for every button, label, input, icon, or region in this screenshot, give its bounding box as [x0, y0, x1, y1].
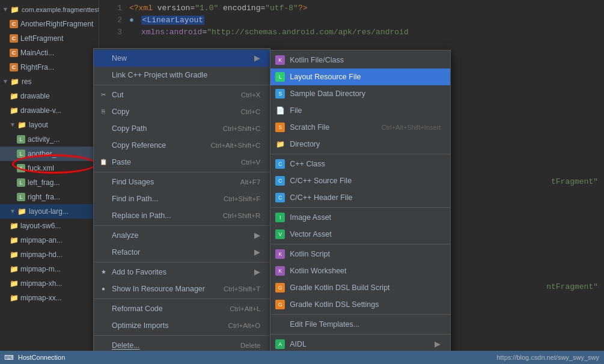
optimize-imports-label: Optimize Imports: [112, 320, 168, 332]
menu-item-paste[interactable]: 📋 Paste Ctrl+V: [94, 154, 270, 171]
tree-item-another[interactable]: L another_...: [0, 147, 99, 161]
mipmap-xx-label: mipmap-xx...: [20, 292, 62, 304]
submenu-separator-3: [270, 244, 450, 244]
submenu-layout-resource[interactable]: L Layout Resource File: [270, 68, 450, 85]
optimize-icon: [99, 321, 108, 330]
layout-icon: L: [17, 150, 25, 158]
tree-item-activity[interactable]: L activity_...: [0, 132, 99, 147]
folder-icon: 📁: [10, 106, 18, 115]
tree-item-mipmap-an[interactable]: 📁 mipmap-an...: [0, 233, 99, 247]
submenu-separator-4: [270, 314, 450, 315]
line-content-1: <?xml version="1.0" encoding="utf-8"?>: [129, 2, 307, 14]
layout-icon: L: [17, 178, 25, 187]
reformat-label: Reformat Code: [112, 303, 163, 315]
expand-arrow: ▼: [2, 76, 8, 88]
copy-label: Copy: [112, 106, 129, 118]
editor-content: 1 <?xml version="1.0" encoding="utf-8"?>…: [99, 0, 604, 41]
tree-item-left-frag[interactable]: L left_frag...: [0, 175, 99, 190]
sample-data-label: Sample Data Directory: [290, 88, 365, 100]
analyze-icon: [99, 231, 108, 240]
cpp-source-label: C/C++ Source File: [290, 175, 352, 187]
submenu-kotlin-script[interactable]: K Kotlin Script: [270, 246, 450, 262]
tree-item-another-right[interactable]: C AnotherRightFragment: [0, 17, 99, 31]
edit-templates-icon: [275, 320, 285, 329]
menu-item-refactor[interactable]: Refactor ▶: [94, 244, 270, 261]
folder-icon: 📁: [11, 77, 19, 86]
linear-layout-tag: <LinearLayout: [141, 16, 204, 25]
kotlin-icon: K: [275, 55, 285, 65]
tree-item-drawable-v[interactable]: 📁 drawable-v...: [0, 103, 99, 118]
file-icon: 📄: [275, 106, 285, 115]
submenu-gradle-settings[interactable]: G Gradle Kotlin DSL Settings: [270, 296, 450, 313]
submenu-cpp-class[interactable]: C C++ Class: [270, 156, 450, 172]
submenu-vector-asset[interactable]: V Vector Asset: [270, 226, 450, 243]
submenu-separator-5: [270, 334, 450, 335]
separator-5: [94, 299, 270, 299]
submenu-file[interactable]: 📄 File: [270, 102, 450, 119]
tree-item-left-fragment[interactable]: C LeftFragment: [0, 31, 99, 46]
copy-ref-label: Copy Reference: [112, 139, 166, 151]
tree-item-drawable[interactable]: 📁 drawable: [0, 89, 99, 103]
menu-item-copy-path[interactable]: Copy Path Ctrl+Shift+C: [94, 120, 270, 137]
fragment-text-2: ntFragment": [546, 282, 598, 291]
menu-item-analyze[interactable]: Analyze ▶: [94, 227, 270, 244]
new-icon: [99, 53, 108, 63]
fav-arrow: ▶: [254, 266, 260, 278]
menu-item-show-resource[interactable]: ● Show In Resource Manager Ctrl+Shift+T: [94, 281, 270, 297]
submenu-separator-2: [270, 207, 450, 208]
menu-item-add-fav[interactable]: ★ Add to Favorites ▶: [94, 264, 270, 281]
menu-item-new[interactable]: New ▶: [94, 50, 270, 67]
menu-item-copy-reference[interactable]: Copy Reference Ctrl+Alt+Shift+C: [94, 137, 270, 154]
submenu-aidl[interactable]: A AIDL ▶: [270, 336, 450, 353]
tree-item-layout-large[interactable]: ▼ 📁 layout-larg...: [0, 204, 99, 219]
mipmap-m-label: mipmap-m...: [20, 263, 61, 275]
tree-item-main-activity[interactable]: C MainActi...: [0, 46, 99, 60]
separator-4: [94, 262, 270, 262]
folder-icon: 📁: [18, 121, 26, 129]
menu-item-reformat[interactable]: Reformat Code Ctrl+Alt+L: [94, 300, 270, 317]
show-resource-label: Show In Resource Manager: [112, 283, 205, 295]
find-path-label: Find in Path...: [112, 193, 158, 205]
submenu-scratch-file[interactable]: S Scratch File Ctrl+Alt+Shift+Insert: [270, 119, 450, 136]
tree-item-mipmap-m[interactable]: 📁 mipmap-m...: [0, 262, 99, 276]
layout-resource-label: Layout Resource File: [290, 71, 361, 83]
tree-item-layout-sw[interactable]: 📁 layout-sw6...: [0, 219, 99, 233]
tree-item-right-fragment[interactable]: C RightFra...: [0, 60, 99, 74]
tree-item-layout[interactable]: ▼ 📁 layout: [0, 118, 99, 132]
separator-1: [94, 85, 270, 85]
image-asset-icon: I: [275, 213, 285, 222]
submenu-directory[interactable]: 📁 Directory: [270, 136, 450, 153]
menu-item-copy[interactable]: ⎘ Copy Ctrl+C: [94, 103, 270, 120]
kotlin-script-icon: K: [275, 249, 285, 259]
scratch-shortcut: Ctrl+Alt+Shift+Insert: [382, 121, 441, 133]
link-cpp-label: Link C++ Project with Gradle: [112, 69, 207, 81]
submenu-cpp-source[interactable]: C C/C++ Source File: [270, 172, 450, 189]
menu-item-optimize-imports[interactable]: Optimize Imports Ctrl+Alt+O: [94, 317, 270, 334]
submenu-sample-data[interactable]: S Sample Data Directory: [270, 85, 450, 102]
tree-item-right-frag[interactable]: L right_fra...: [0, 190, 99, 204]
tree-item-fuck[interactable]: X fuck.xml: [0, 161, 99, 175]
menu-item-find-usages[interactable]: Find Usages Alt+F7: [94, 174, 270, 190]
submenu-kotlin-file[interactable]: K Kotlin File/Class: [270, 52, 450, 68]
scratch-file-label: Scratch File: [290, 121, 329, 133]
submenu-gradle-build[interactable]: G Gradle Kotlin DSL Build Script: [270, 279, 450, 296]
tree-item-package[interactable]: ▼ 📁 com.example.fragmenttest: [0, 2, 99, 17]
tree-item-mipmap-xh[interactable]: 📁 mipmap-xh...: [0, 276, 99, 291]
menu-item-link-cpp[interactable]: Link C++ Project with Gradle: [94, 67, 270, 83]
tree-item-mipmap-hd[interactable]: 📁 mipmap-hd...: [0, 247, 99, 262]
delete-label: Delete...: [112, 339, 140, 351]
tree-item-mipmap-xx[interactable]: 📁 mipmap-xx...: [0, 291, 99, 305]
submenu-edit-templates[interactable]: Edit File Templates...: [270, 316, 450, 333]
aidl-icon: A: [275, 339, 285, 349]
submenu-image-asset[interactable]: I Image Asset: [270, 209, 450, 226]
menu-item-cut[interactable]: ✂ Cut Ctrl+X: [94, 86, 270, 103]
folder-icon: 📁: [10, 92, 18, 100]
tree-item-res[interactable]: ▼ 📁 res: [0, 74, 99, 89]
menu-item-replace-in-path[interactable]: Replace in Path... Ctrl+Shift+R: [94, 207, 270, 224]
submenu-kotlin-worksheet[interactable]: K Kotlin Worksheet: [270, 262, 450, 279]
line-number-2: 2: [104, 14, 122, 26]
menu-item-find-in-path[interactable]: Find in Path... Ctrl+Shift+F: [94, 190, 270, 207]
refactor-icon: [99, 247, 108, 257]
submenu-cpp-header[interactable]: C C/C++ Header File: [270, 189, 450, 206]
editor-line-3: 3 xmlns:android="http://schemas.android.…: [104, 26, 599, 38]
